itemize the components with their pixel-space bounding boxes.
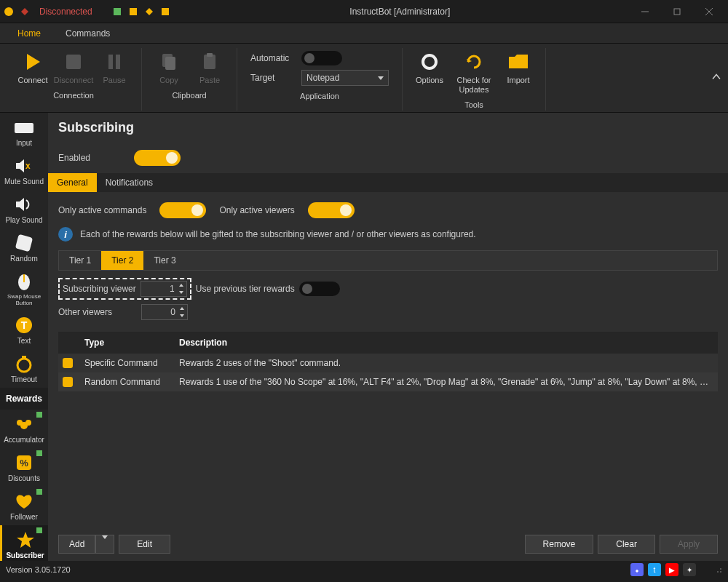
- paste-icon: [199, 51, 221, 73]
- clear-button[interactable]: Clear: [598, 535, 655, 554]
- only-commands-toggle[interactable]: [159, 202, 206, 218]
- subscribing-viewer-label: Subscribing viewer: [63, 284, 136, 294]
- svg-rect-19: [15, 234, 33, 252]
- svg-point-27: [20, 422, 28, 429]
- table-row[interactable]: Specific Command Rewards 2 uses of the "…: [58, 354, 718, 372]
- connect-button[interactable]: Connect: [13, 48, 52, 88]
- connection-status: Disconnected: [39, 7, 92, 17]
- subscribing-viewer-group: Subscribing viewer 1: [58, 278, 191, 300]
- group-tools-label: Tools: [464, 100, 483, 109]
- sidebar-item-swap[interactable]: Swap Mouse Button: [0, 267, 48, 311]
- text-icon: T: [13, 315, 35, 335]
- sidebar-item-random[interactable]: Random: [0, 228, 48, 267]
- add-button[interactable]: Add: [58, 535, 95, 554]
- rewards-table: Type Description Specific Command Reward…: [58, 332, 718, 527]
- quick-icon-1[interactable]: [111, 6, 123, 17]
- info-icon: i: [58, 227, 73, 242]
- folder-icon: [507, 51, 529, 73]
- enabled-toggle[interactable]: [134, 150, 181, 166]
- heart-icon: [13, 491, 35, 511]
- quick-icon-2[interactable]: [127, 6, 139, 17]
- subtab-general[interactable]: General: [48, 173, 97, 192]
- misc-icon[interactable]: ✦: [683, 563, 696, 576]
- tier-2-tab[interactable]: Tier 2: [101, 251, 143, 270]
- svg-rect-10: [116, 55, 120, 69]
- minimize-button[interactable]: [629, 0, 661, 23]
- sidebar-item-mute[interactable]: x Mute Sound: [0, 151, 48, 190]
- mouse-icon: [13, 271, 35, 292]
- twitter-icon[interactable]: t: [648, 563, 661, 576]
- reward-icon: [63, 358, 73, 368]
- ribbon: Connect Disconnect Pause Connection Copy…: [0, 44, 728, 113]
- add-dropdown-button[interactable]: [95, 535, 114, 554]
- sidebar-item-timeout[interactable]: Timeout: [0, 349, 48, 388]
- spin-up-icon[interactable]: [177, 305, 187, 312]
- info-text: Each of the rewards below will be gifted…: [80, 229, 476, 239]
- apply-button[interactable]: Apply: [660, 535, 718, 554]
- check-updates-button[interactable]: Check for Updates: [451, 48, 497, 97]
- options-button[interactable]: Options: [410, 48, 449, 88]
- only-viewers-toggle[interactable]: [308, 202, 355, 218]
- titlebar: Disconnected InstructBot [Administrator]: [0, 0, 728, 23]
- th-type[interactable]: Type: [77, 338, 172, 348]
- copy-button[interactable]: Copy: [149, 48, 189, 88]
- subtab-notifications[interactable]: Notifications: [97, 173, 162, 192]
- table-row[interactable]: Random Command Rewards 1 use of the "360…: [58, 372, 718, 391]
- crowd-icon: [13, 414, 35, 434]
- other-viewers-input[interactable]: 0: [141, 304, 188, 320]
- svg-point-30: [720, 571, 721, 573]
- close-button[interactable]: [693, 0, 725, 23]
- target-label: Target: [250, 73, 294, 83]
- sidebar-item-subscriber[interactable]: Subscriber: [0, 525, 48, 561]
- subscribing-viewer-input[interactable]: 1: [141, 281, 187, 297]
- paste-button[interactable]: Paste: [190, 48, 229, 88]
- page-title: Subscribing: [58, 120, 718, 135]
- svg-rect-2: [130, 8, 137, 15]
- active-indicator-icon: [36, 489, 42, 495]
- main-panel: Subscribing Enabled General Notification…: [48, 113, 728, 561]
- stopwatch-icon: [13, 354, 35, 374]
- group-clipboard-label: Clipboard: [172, 91, 206, 100]
- sidebar-item-follower[interactable]: Follower: [0, 487, 48, 525]
- sidebar-item-input[interactable]: Input: [0, 113, 48, 151]
- sidebar-item-accumulator[interactable]: Accumulator: [0, 410, 48, 448]
- menu-commands[interactable]: Commands: [57, 25, 119, 41]
- tier-3-tab[interactable]: Tier 3: [143, 251, 186, 270]
- tier-tabs: Tier 1 Tier 2 Tier 3: [58, 250, 718, 271]
- ribbon-collapse-button[interactable]: [712, 73, 721, 84]
- disconnect-button[interactable]: Disconnect: [54, 48, 93, 88]
- mute-icon: x: [13, 156, 35, 176]
- sidebar-item-play[interactable]: Play Sound: [0, 190, 48, 228]
- svg-point-16: [427, 60, 432, 64]
- remove-button[interactable]: Remove: [525, 535, 594, 554]
- sidebar-item-discounts[interactable]: % Discounts: [0, 448, 48, 487]
- plug-icon: [19, 6, 31, 17]
- edit-button[interactable]: Edit: [119, 535, 170, 554]
- sidebar-header-rewards: Rewards: [0, 388, 48, 410]
- pause-button[interactable]: Pause: [95, 48, 134, 88]
- maximize-button[interactable]: [661, 0, 693, 23]
- menu-home[interactable]: Home: [9, 25, 50, 41]
- discord-icon[interactable]: ⬥: [630, 563, 644, 576]
- tier-1-tab[interactable]: Tier 1: [59, 251, 101, 270]
- other-viewers-label: Other viewers: [58, 307, 137, 317]
- automatic-toggle[interactable]: [301, 51, 342, 65]
- target-combo[interactable]: Notepad: [301, 70, 389, 86]
- statusbar: Version 3.05.1720 ⬥ t ▶ ✦: [0, 561, 728, 578]
- spin-down-icon[interactable]: [176, 289, 186, 296]
- youtube-icon[interactable]: ▶: [665, 563, 678, 576]
- spin-up-icon[interactable]: [176, 282, 186, 289]
- quick-icon-3[interactable]: [143, 6, 155, 17]
- prev-tier-toggle[interactable]: [299, 282, 340, 296]
- spin-down-icon[interactable]: [177, 312, 187, 319]
- svg-text:T: T: [21, 319, 28, 331]
- enabled-label: Enabled: [58, 153, 90, 163]
- quick-icon-4[interactable]: [159, 6, 171, 17]
- th-desc[interactable]: Description: [172, 338, 718, 348]
- chevron-down-icon: [102, 535, 108, 549]
- keyboard-icon: [13, 117, 35, 137]
- sidebar-item-text[interactable]: T Text: [0, 311, 48, 349]
- resize-grip-icon[interactable]: [713, 565, 722, 575]
- active-indicator-icon: [36, 527, 42, 533]
- import-button[interactable]: Import: [499, 48, 538, 88]
